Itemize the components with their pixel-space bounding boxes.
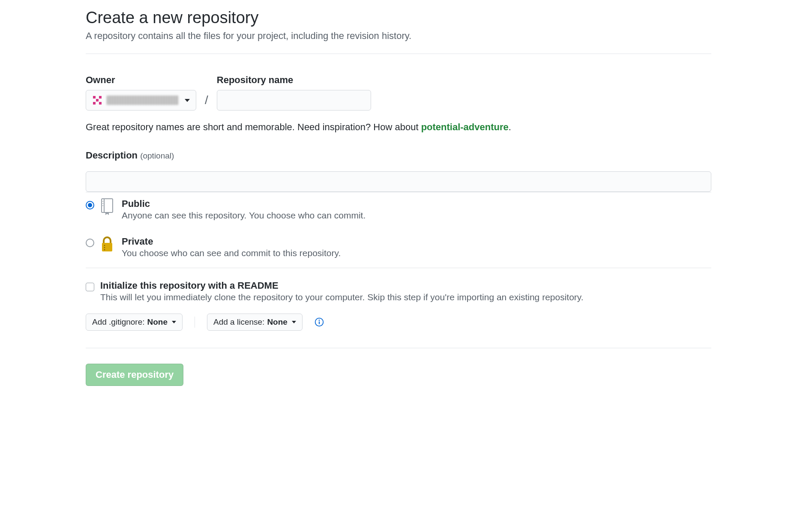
svg-point-12: [104, 247, 105, 248]
svg-rect-4: [99, 102, 102, 105]
svg-rect-3: [93, 102, 96, 105]
private-title: Private: [122, 236, 711, 247]
gitignore-label: Add .gitignore:: [92, 317, 145, 327]
svg-rect-1: [99, 96, 102, 99]
repo-name-label: Repository name: [217, 75, 371, 86]
description-label: Description (optional): [86, 150, 711, 161]
license-label: Add a license:: [213, 317, 264, 327]
readme-checkbox[interactable]: [86, 283, 94, 291]
owner-select[interactable]: [86, 90, 196, 111]
slash-separator: /: [205, 93, 208, 111]
visibility-private-radio[interactable]: [86, 239, 94, 247]
page-title: Create a new repository: [86, 9, 711, 27]
description-label-text: Description: [86, 150, 138, 161]
readme-desc: This will let you immediately clone the …: [100, 292, 711, 302]
lock-icon: [100, 236, 116, 255]
create-repository-button[interactable]: Create repository: [86, 364, 183, 386]
svg-rect-10: [102, 243, 112, 251]
private-desc: You choose who can see and commit to thi…: [122, 248, 711, 258]
hint-suffix: .: [509, 122, 511, 132]
name-suggestion[interactable]: potential-adventure: [421, 122, 509, 132]
caret-down-icon: [185, 99, 190, 102]
svg-point-8: [102, 203, 103, 204]
gitignore-dropdown[interactable]: Add .gitignore: None: [86, 314, 183, 331]
info-icon[interactable]: [315, 317, 324, 327]
owner-name: [107, 96, 179, 105]
owner-avatar-icon: [92, 95, 102, 105]
public-title: Public: [122, 198, 711, 209]
gitignore-value: None: [147, 317, 168, 327]
repo-name-input[interactable]: [217, 90, 371, 111]
readme-title: Initialize this repository with a README: [100, 280, 711, 291]
license-value: None: [267, 317, 288, 327]
visibility-private-row: Private You choose who can see and commi…: [86, 230, 711, 268]
visibility-public-row: Public Anyone can see this repository. Y…: [86, 192, 711, 230]
visibility-public-radio[interactable]: [86, 201, 94, 209]
page-subtitle: A repository contains all the files for …: [86, 30, 711, 42]
svg-point-13: [104, 249, 105, 251]
svg-rect-0: [93, 96, 96, 99]
svg-point-7: [102, 201, 103, 202]
description-input[interactable]: [86, 171, 711, 192]
name-hint: Great repository names are short and mem…: [86, 122, 711, 133]
divider: [86, 348, 711, 348]
public-desc: Anyone can see this repository. You choo…: [122, 210, 711, 221]
separator: [195, 317, 195, 328]
caret-down-icon: [292, 321, 296, 323]
svg-point-11: [104, 245, 105, 246]
caret-down-icon: [172, 321, 176, 323]
svg-rect-16: [319, 321, 320, 324]
repo-icon: [100, 198, 116, 217]
svg-point-9: [102, 205, 103, 206]
description-optional: (optional): [140, 151, 174, 160]
svg-rect-2: [96, 99, 99, 102]
readme-section: Initialize this repository with a README…: [86, 268, 711, 314]
hint-prefix: Great repository names are short and mem…: [86, 122, 421, 132]
owner-label: Owner: [86, 75, 196, 86]
svg-point-15: [318, 320, 320, 321]
license-dropdown[interactable]: Add a license: None: [207, 314, 303, 331]
